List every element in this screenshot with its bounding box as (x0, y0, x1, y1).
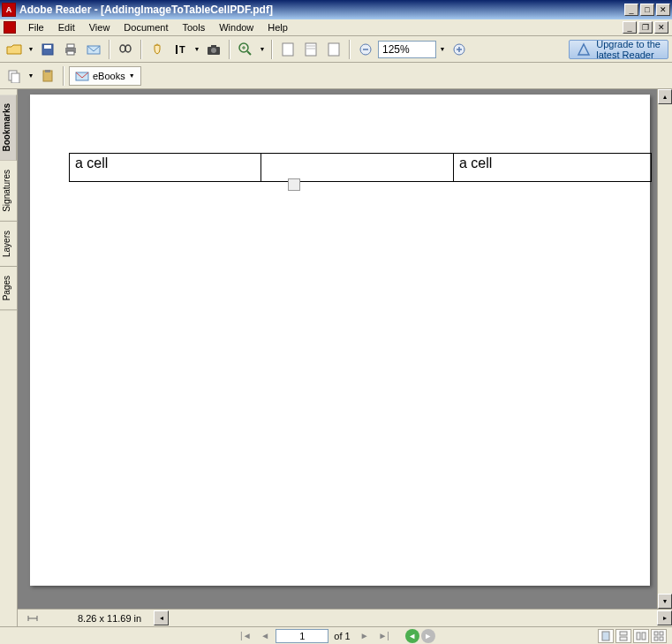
copy-dropdown[interactable]: ▼ (26, 65, 35, 87)
svg-rect-28 (11, 73, 19, 83)
print-button[interactable] (60, 39, 81, 60)
nav-back-button[interactable]: ◄ (405, 629, 419, 643)
scroll-left-button[interactable]: ◂ (154, 610, 169, 625)
menu-help[interactable]: Help (260, 20, 295, 34)
upgrade-button[interactable]: Upgrade to the latest Reader (569, 40, 668, 59)
upgrade-icon (577, 42, 591, 57)
ebooks-icon (75, 70, 89, 82)
menubar: File Edit View Document Tools Window Hel… (0, 19, 672, 36)
rotate-button[interactable] (323, 39, 344, 60)
scroll-up-button[interactable]: ▴ (658, 89, 672, 104)
continuous-facing-view-button[interactable] (651, 629, 667, 643)
titlebar: A Adobe Reader - [AddingImageToTableCell… (0, 0, 672, 19)
ebooks-label: eBooks (93, 71, 125, 81)
svg-text:T: T (179, 44, 185, 55)
side-tabs: Bookmarks Signatures Layers Pages (0, 89, 18, 626)
zoom-dropdown[interactable]: ▼ (258, 39, 267, 60)
svg-rect-42 (654, 637, 658, 640)
facing-view-button[interactable] (633, 629, 649, 643)
svg-rect-36 (620, 632, 627, 635)
svg-rect-30 (45, 70, 50, 72)
tab-layers[interactable]: Layers (0, 222, 17, 267)
svg-rect-38 (637, 633, 640, 640)
email-button[interactable] (83, 39, 104, 60)
first-page-button[interactable]: |◄ (237, 628, 254, 644)
svg-point-11 (211, 48, 216, 53)
page-number-field[interactable] (276, 629, 328, 643)
svg-rect-17 (283, 43, 293, 56)
svg-rect-35 (602, 632, 609, 640)
ebooks-button[interactable]: eBooks ▼ (69, 66, 141, 86)
open-dropdown[interactable]: ▼ (26, 39, 35, 60)
close-button[interactable]: ✕ (656, 4, 670, 16)
svg-rect-1 (44, 45, 51, 49)
svg-point-7 (125, 45, 131, 52)
menu-tools[interactable]: Tools (176, 20, 213, 34)
svg-rect-21 (328, 43, 339, 56)
minimize-button[interactable]: _ (624, 4, 638, 16)
zoom-out-button[interactable] (355, 39, 376, 60)
next-page-button[interactable]: ► (356, 628, 374, 644)
svg-rect-40 (654, 632, 658, 635)
last-page-button[interactable]: ►| (375, 628, 393, 644)
table-cell-1: a cell (70, 154, 261, 182)
upgrade-text2: latest Reader (596, 49, 661, 60)
document-viewport[interactable]: a cell a cell ▴ ▾ (18, 89, 672, 609)
hand-tool-button[interactable] (147, 39, 168, 60)
app-icon: A (2, 3, 16, 17)
mdi-close-button[interactable]: ✕ (654, 21, 668, 34)
scroll-right-button[interactable]: ▸ (657, 610, 672, 625)
open-button[interactable] (4, 39, 25, 60)
scroll-down-button[interactable]: ▾ (658, 594, 672, 609)
tab-pages[interactable]: Pages (0, 267, 17, 310)
page-dimensions: 8.26 x 11.69 in (69, 613, 150, 624)
mdi-restore-button[interactable]: ❐ (638, 21, 653, 34)
table-row: a cell a cell (70, 154, 652, 182)
table-cell-3: a cell (453, 154, 651, 182)
vertical-scrollbar[interactable]: ▴ ▾ (657, 89, 672, 609)
window-title: Adobe Reader - [AddingImageToTableCellPD… (19, 4, 624, 16)
text-select-button[interactable]: T (170, 39, 191, 60)
table-cell-2 (261, 154, 453, 182)
menu-window[interactable]: Window (212, 20, 260, 34)
continuous-view-button[interactable] (615, 629, 631, 643)
status-strip: 8.26 x 11.69 in ◂ ▸ (18, 609, 672, 626)
document-icon (4, 21, 16, 34)
dims-icon (26, 612, 39, 625)
fit-width-button[interactable] (300, 39, 321, 60)
horizontal-scrollbar[interactable]: ◂ ▸ (154, 610, 672, 625)
svg-rect-41 (660, 632, 663, 635)
zoom-field-dropdown[interactable]: ▼ (438, 39, 447, 60)
nav-forward-button[interactable]: ► (421, 629, 435, 643)
prev-page-button[interactable]: ◄ (256, 628, 274, 644)
zoom-field[interactable] (378, 41, 436, 58)
single-page-view-button[interactable] (598, 629, 614, 643)
svg-point-6 (120, 45, 125, 52)
menu-document[interactable]: Document (117, 20, 175, 34)
tab-signatures[interactable]: Signatures (0, 161, 17, 222)
svg-rect-12 (211, 45, 216, 48)
snapshot-button[interactable] (203, 39, 224, 60)
menu-view[interactable]: View (82, 20, 117, 34)
chevron-down-icon: ▼ (129, 72, 135, 79)
toolbar-main: ▼ T ▼ ▼ ▼ Upgrade to the latest Reader (0, 36, 672, 63)
mdi-minimize-button[interactable]: _ (623, 21, 637, 34)
toolbar-secondary: ▼ eBooks ▼ (0, 63, 672, 89)
search-button[interactable] (115, 39, 136, 60)
svg-rect-18 (306, 43, 316, 56)
maximize-button[interactable]: □ (640, 4, 654, 16)
tab-bookmarks[interactable]: Bookmarks (0, 95, 17, 161)
svg-rect-39 (642, 633, 646, 640)
menu-edit[interactable]: Edit (51, 20, 82, 34)
menu-file[interactable]: File (21, 20, 51, 34)
zoom-in-button[interactable] (235, 39, 256, 60)
svg-rect-37 (620, 637, 627, 640)
paste-button[interactable] (37, 65, 58, 87)
copy-button[interactable] (4, 65, 25, 87)
save-button[interactable] (37, 39, 58, 60)
select-dropdown[interactable]: ▼ (193, 39, 201, 60)
cell-image-icon (288, 178, 300, 191)
zoom-in2-button[interactable] (449, 39, 470, 60)
fit-page-button[interactable] (277, 39, 298, 60)
svg-rect-3 (67, 44, 74, 48)
